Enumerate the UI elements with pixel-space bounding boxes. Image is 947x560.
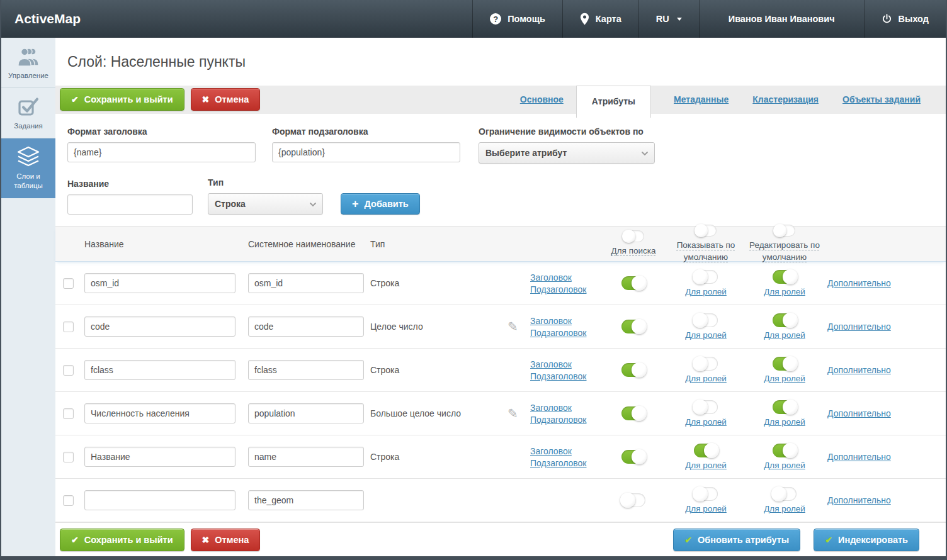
- title-format-input[interactable]: [67, 142, 256, 162]
- logout-button[interactable]: Выход: [864, 0, 946, 38]
- col-search-header[interactable]: Для поиска: [611, 245, 656, 257]
- search-toggle[interactable]: [621, 493, 645, 507]
- save-exit-button[interactable]: ✔ Сохранить и выйти: [60, 88, 184, 111]
- subheader-link[interactable]: Подзаголовок: [530, 415, 587, 425]
- attr-system-name-input[interactable]: [248, 403, 364, 423]
- show-default-master-toggle[interactable]: [696, 225, 717, 237]
- subtitle-format-input[interactable]: [272, 142, 460, 162]
- edit-default-toggle[interactable]: [773, 357, 797, 371]
- attr-system-name-input[interactable]: [248, 360, 364, 380]
- add-attribute-button[interactable]: + Добавить: [341, 193, 420, 215]
- tab-attributes[interactable]: Атрибуты: [576, 86, 651, 118]
- row-select-checkbox[interactable]: [63, 452, 74, 462]
- header-link[interactable]: Заголовок: [530, 359, 572, 369]
- search-toggle[interactable]: [621, 276, 645, 290]
- edit-default-toggle[interactable]: [773, 487, 797, 501]
- search-toggle[interactable]: [621, 363, 645, 377]
- col-edit-default-header[interactable]: Редактировать по умолчанию: [747, 240, 822, 264]
- search-master-toggle[interactable]: [623, 230, 644, 242]
- save-exit-button-bottom[interactable]: ✔ Сохранить и выйти: [60, 529, 184, 551]
- attr-name-input[interactable]: [84, 316, 235, 337]
- tab-task-objects[interactable]: Объекты заданий: [842, 86, 921, 114]
- sidebar-item-layers[interactable]: Слои и таблицы: [1, 138, 55, 198]
- row-select-checkbox[interactable]: [63, 365, 74, 376]
- update-attributes-label: Обновить атрибуты: [698, 535, 789, 545]
- edit-default-toggle[interactable]: [773, 400, 797, 414]
- edit-roles-link[interactable]: Для ролей: [764, 417, 805, 427]
- sidebar-item-management[interactable]: Управление: [1, 38, 55, 88]
- attr-name-input[interactable]: [84, 273, 235, 293]
- visibility-attribute-select[interactable]: Выберите атрибут: [479, 142, 655, 164]
- sidebar-item-tasks[interactable]: Задания: [1, 88, 55, 138]
- show-default-toggle[interactable]: [694, 487, 718, 501]
- show-default-toggle[interactable]: [694, 444, 718, 457]
- show-default-toggle[interactable]: [694, 270, 718, 284]
- search-toggle[interactable]: [621, 320, 645, 333]
- more-link[interactable]: Дополнительно: [827, 408, 891, 418]
- index-button[interactable]: ✔ Индексировать: [814, 529, 919, 551]
- language-dropdown[interactable]: RU: [638, 0, 699, 38]
- row-select-checkbox[interactable]: [63, 278, 74, 289]
- header-link[interactable]: Заголовок: [530, 446, 572, 456]
- attr-name-input[interactable]: [84, 360, 235, 380]
- attr-name-input[interactable]: [84, 490, 235, 510]
- show-roles-link[interactable]: Для ролей: [685, 374, 727, 383]
- edit-default-master-toggle[interactable]: [774, 225, 795, 237]
- show-roles-link[interactable]: Для ролей: [685, 330, 727, 340]
- tab-metadata[interactable]: Метаданные: [674, 86, 729, 114]
- new-attr-type-select[interactable]: Строка: [208, 193, 323, 215]
- attr-system-name-input[interactable]: [248, 447, 364, 467]
- more-link[interactable]: Дополнительно: [827, 278, 891, 288]
- search-toggle[interactable]: [621, 406, 645, 420]
- subheader-link[interactable]: Подзаголовок: [530, 284, 587, 294]
- attr-system-name-input[interactable]: [248, 490, 364, 510]
- show-default-toggle[interactable]: [694, 400, 718, 414]
- show-default-toggle[interactable]: [694, 357, 718, 371]
- help-button[interactable]: ? Помощь: [472, 0, 562, 38]
- edit-roles-link[interactable]: Для ролей: [764, 330, 805, 340]
- show-roles-link[interactable]: Для ролей: [685, 504, 727, 513]
- edit-default-toggle[interactable]: [773, 444, 797, 457]
- col-show-default-header[interactable]: Показывать по умолчанию: [665, 240, 747, 264]
- show-roles-link[interactable]: Для ролей: [685, 461, 727, 470]
- attr-system-name-input[interactable]: [248, 273, 364, 293]
- row-select-checkbox[interactable]: [63, 322, 74, 332]
- row-select-checkbox[interactable]: [63, 408, 74, 419]
- subheader-link[interactable]: Подзаголовок: [530, 328, 587, 338]
- edit-default-toggle[interactable]: [773, 313, 797, 327]
- subheader-link[interactable]: Подзаголовок: [530, 458, 587, 468]
- edit-roles-link[interactable]: Для ролей: [764, 374, 805, 383]
- show-default-toggle[interactable]: [694, 313, 718, 327]
- row-select-checkbox[interactable]: [63, 495, 74, 506]
- subtitle-format-label: Формат подзаголовка: [272, 126, 460, 137]
- search-toggle[interactable]: [621, 450, 645, 464]
- header-link[interactable]: Заголовок: [530, 272, 572, 283]
- header-link[interactable]: Заголовок: [530, 316, 572, 326]
- attr-system-name-input[interactable]: [248, 316, 364, 337]
- more-link[interactable]: Дополнительно: [827, 452, 891, 462]
- edit-roles-link[interactable]: Для ролей: [764, 461, 805, 470]
- edit-roles-link[interactable]: Для ролей: [764, 287, 805, 296]
- show-roles-link[interactable]: Для ролей: [685, 287, 727, 296]
- more-link[interactable]: Дополнительно: [827, 495, 891, 505]
- edit-default-toggle[interactable]: [773, 270, 797, 284]
- edit-roles-link[interactable]: Для ролей: [764, 504, 805, 513]
- map-button[interactable]: Карта: [562, 0, 638, 38]
- edit-pencil-icon[interactable]: ✎: [508, 319, 518, 334]
- attr-name-input[interactable]: [84, 403, 235, 423]
- header-links: Заголовок Подзаголовок: [526, 359, 602, 381]
- update-attributes-button[interactable]: ✔ Обновить атрибуты: [673, 529, 800, 551]
- more-link[interactable]: Дополнительно: [827, 365, 891, 375]
- more-link[interactable]: Дополнительно: [827, 322, 891, 332]
- edit-pencil-icon[interactable]: ✎: [508, 406, 518, 421]
- tab-general[interactable]: Основное: [520, 86, 564, 114]
- tab-clustering[interactable]: Кластеризация: [752, 86, 819, 114]
- attr-name-input[interactable]: [84, 447, 235, 467]
- show-roles-link[interactable]: Для ролей: [685, 417, 727, 427]
- header-link[interactable]: Заголовок: [530, 403, 572, 413]
- subheader-link[interactable]: Подзаголовок: [530, 371, 587, 381]
- cancel-button[interactable]: ✖ Отмена: [191, 88, 261, 111]
- footer-bar: ✔ Сохранить и выйти ✖ Отмена ✔ Обновить …: [55, 522, 946, 559]
- new-attr-name-input[interactable]: [67, 194, 193, 215]
- cancel-button-bottom[interactable]: ✖ Отмена: [191, 529, 261, 551]
